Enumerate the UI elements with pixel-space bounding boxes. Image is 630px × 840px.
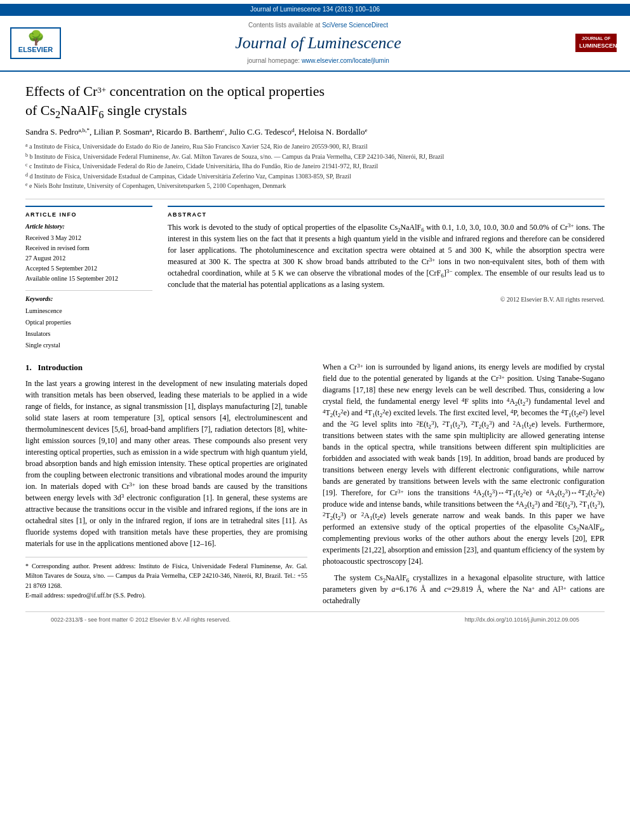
keyword-0: Luminescence xyxy=(25,305,152,317)
info-abstract-row: ARTICLE INFO Article history: Received 3… xyxy=(25,206,605,352)
footnotes: * Corresponding author. Present address:… xyxy=(25,557,307,601)
badge-line1: JOURNAL OF xyxy=(579,36,613,42)
footnote-corresponding: * Corresponding author. Present address:… xyxy=(25,561,307,591)
topbar: Journal of Luminescence 134 (2013) 100–1… xyxy=(0,4,630,16)
affiliations: a a Instituto de Física, Universidade do… xyxy=(25,142,605,191)
badge: JOURNAL OF LUMINESCENCE xyxy=(575,34,617,52)
journal-title: Journal of Luminescence xyxy=(69,31,568,55)
affil-c: c Instituto de Física, Universidade Fede… xyxy=(29,163,378,170)
journal-header: Journal of Luminescence 134 (2013) 100–1… xyxy=(0,0,630,72)
sciverse-line: Contents lists available at SciVerse Sci… xyxy=(69,21,568,30)
keyword-3: Single crystal xyxy=(25,340,152,351)
history-label: Article history: xyxy=(25,222,152,232)
keyword-2: Insulators xyxy=(25,328,152,340)
footnote-email: E-mail address: sspedro@if.uff.br (S.S. … xyxy=(25,590,307,601)
badge-line2: LUMINESCENCE xyxy=(579,42,613,50)
body-section: 1. Introduction In the last years a grow… xyxy=(25,361,605,611)
journal-logo-right: JOURNAL OF LUMINESCENCE xyxy=(575,34,620,52)
homepage-url[interactable]: www.elsevier.com/locate/jlumin xyxy=(302,57,389,64)
elsevier-logo-box: 🌳 ELSEVIER xyxy=(10,27,61,59)
article-info-label: ARTICLE INFO xyxy=(25,211,152,219)
elsevier-label: ELSEVIER xyxy=(17,45,55,55)
elsevier-logo: 🌳 ELSEVIER xyxy=(10,27,61,59)
header-content: 🌳 ELSEVIER Contents lists available at S… xyxy=(0,16,630,71)
available: Available online 15 September 2012 xyxy=(25,275,118,282)
doi-text: http://dx.doi.org/10.1016/j.jlumin.2012.… xyxy=(465,616,579,624)
page: Journal of Luminescence 134 (2013) 100–1… xyxy=(0,0,630,840)
divider xyxy=(25,199,605,199)
homepage-label: journal homepage: xyxy=(247,57,300,64)
abstract-section: ABSTRACT This work is devoted to the stu… xyxy=(168,206,605,305)
body-col-2: When a Cr3+ ion is surrounded by ligand … xyxy=(323,361,605,611)
article-history: Article history: Received 3 May 2012 Rec… xyxy=(25,222,152,284)
intro-col2-para2: The system Cs2NaAlF6 crystallizes in a h… xyxy=(323,572,605,606)
article-info-col: ARTICLE INFO Article history: Received 3… xyxy=(25,206,152,352)
affil-e: e Niels Bohr Institute, University of Co… xyxy=(29,182,286,189)
abstract-col: ABSTRACT This work is devoted to the stu… xyxy=(168,206,605,352)
abstract-label: ABSTRACT xyxy=(168,211,605,219)
keyword-1: Optical properties xyxy=(25,317,152,328)
intro-heading: 1. Introduction xyxy=(25,361,307,374)
keywords-section: Keywords: Luminescence Optical propertie… xyxy=(25,290,152,352)
homepage-line: journal homepage: www.elsevier.com/locat… xyxy=(69,57,568,66)
issn-text: 0022-2313/$ - see front matter © 2012 El… xyxy=(51,616,231,624)
topbar-text: Journal of Luminescence 134 (2013) 100–1… xyxy=(250,6,380,13)
intro-para-1: In the last years a growing interest in … xyxy=(25,378,307,549)
copyright: © 2012 Elsevier B.V. All rights reserved… xyxy=(168,295,605,305)
affil-d: d Instituto de Física, Universidade Esta… xyxy=(30,173,351,180)
abstract-text: This work is devoted to the study of opt… xyxy=(168,222,605,290)
elsevier-tree-icon: 🌳 xyxy=(17,31,55,45)
affil-b: b Instituto de Física, Universidade Fede… xyxy=(30,153,445,160)
accepted: Accepted 5 September 2012 xyxy=(25,265,97,272)
article-title: Effects of Cr3+ concentration on the opt… xyxy=(25,82,605,119)
body-col-1: 1. Introduction In the last years a grow… xyxy=(25,361,307,611)
revised-date: 27 August 2012 xyxy=(25,255,65,262)
bottom-bar: 0022-2313/$ - see front matter © 2012 El… xyxy=(25,611,605,628)
article-info-section: ARTICLE INFO Article history: Received 3… xyxy=(25,206,152,284)
affil-a: a Instituto de Física, Universidade do E… xyxy=(29,143,368,150)
authors-line: Sandra S. Pedroa,b,*, Lilian P. Sosmana,… xyxy=(25,126,605,138)
header-center: Contents lists available at SciVerse Sci… xyxy=(69,21,568,66)
revised: Received in revised form xyxy=(25,244,90,251)
sciverse-text: Contents lists available at xyxy=(248,22,320,29)
sciverse-link[interactable]: SciVerse ScienceDirect xyxy=(322,22,388,29)
intro-heading-num: 1. xyxy=(25,363,32,372)
keywords-label: Keywords: xyxy=(25,295,152,304)
article-main: Effects of Cr3+ concentration on the opt… xyxy=(0,72,630,638)
intro-col2-para1: When a Cr3+ ion is surrounded by ligand … xyxy=(323,361,605,567)
received: Received 3 May 2012 xyxy=(25,234,81,241)
